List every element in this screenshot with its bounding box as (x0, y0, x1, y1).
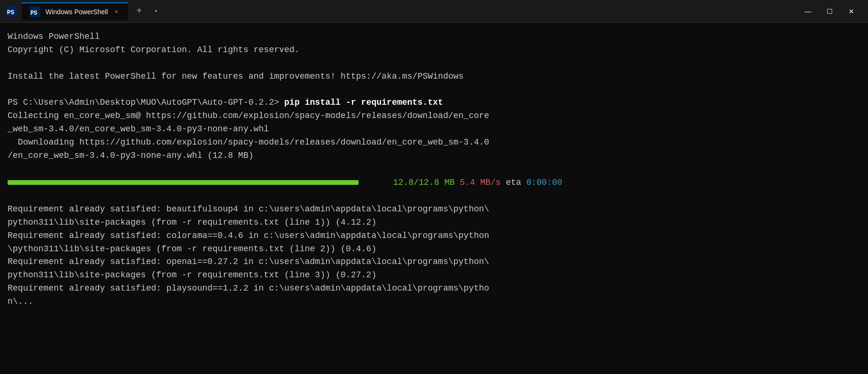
collecting-line-1: Collecting en_core_web_sm@ https://githu… (8, 109, 860, 123)
title-bar: PS PS Windows PowerShell × + ▾ — ☐ ✕ (0, 0, 868, 23)
close-button[interactable]: ✕ (840, 0, 862, 23)
tab-title: Windows PowerShell (46, 8, 108, 16)
terminal-line-blank-1 (8, 57, 860, 70)
terminal-body[interactable]: Windows PowerShell Copyright (C) Microso… (0, 23, 868, 374)
progress-bar-container (8, 180, 359, 185)
terminal-line-2: Copyright (C) Microsoft Corporation. All… (8, 44, 860, 57)
terminal-install-line: Install the latest PowerShell for new fe… (8, 70, 860, 83)
terminal-command: pip install -r requirements.txt (284, 96, 443, 109)
req2-line2: \python311\lib\site-packages (from -r re… (8, 243, 860, 256)
progress-line: 12.8/12.8 MB 5.4 MB/s eta 0:00:00 (8, 164, 860, 202)
progress-bar-fill (8, 180, 359, 185)
progress-stats: 12.8/12.8 MB 5.4 MB/s eta 0:00:00 (362, 164, 562, 202)
tab-close-button[interactable]: × (113, 8, 120, 16)
new-tab-button[interactable]: + (133, 6, 146, 17)
powershell-icon: PS (6, 6, 17, 17)
powershell-tab[interactable]: PS Windows PowerShell × (22, 2, 128, 20)
maximize-button[interactable]: ☐ (819, 0, 840, 23)
tab-dropdown-button[interactable]: ▾ (151, 8, 162, 15)
terminal-line-1: Windows PowerShell (8, 30, 860, 44)
downloading-line-2: /en_core_web_sm-3.4.0-py3-none-any.whl (… (8, 149, 860, 163)
title-bar-left: PS PS Windows PowerShell × + ▾ (6, 2, 792, 20)
req2-line1: Requirement already satisfied: colorama=… (8, 229, 860, 243)
progress-size: 12.8/12.8 MB (393, 178, 455, 187)
req3-line1: Requirement already satisfied: openai==0… (8, 255, 860, 269)
collecting-line-2: _web_sm-3.4.0/en_core_web_sm-3.4.0-py3-n… (8, 123, 860, 136)
downloading-line-1: Downloading https://github.com/explosion… (8, 136, 860, 149)
req3-line2: python311\lib\site-packages (from -r req… (8, 269, 860, 282)
terminal-prompt-line: PS C:\Users\Admin\Desktop\MUO\AutoGPT\Au… (8, 96, 860, 109)
progress-eta-label: eta (501, 178, 526, 187)
svg-text:PS: PS (30, 9, 37, 16)
tab-ps-icon: PS (29, 6, 41, 18)
terminal-line-blank-2 (8, 83, 860, 97)
install-text: Install the latest PowerShell for new fe… (8, 72, 463, 81)
prompt-path: PS C:\Users\Admin\Desktop\MUO\AutoGPT\Au… (8, 96, 284, 109)
progress-eta-value: 0:00:00 (526, 178, 563, 187)
minimize-button[interactable]: — (797, 0, 819, 23)
req1-line1: Requirement already satisfied: beautiful… (8, 203, 860, 216)
title-bar-controls: — ☐ ✕ (797, 0, 862, 23)
req4-line2: n\... (8, 295, 860, 309)
req4-line1: Requirement already satisfied: playsound… (8, 282, 860, 295)
svg-text:PS: PS (7, 9, 15, 16)
progress-speed: 5.4 MB/s (454, 178, 500, 187)
req1-line2: python311\lib\site-packages (from -r req… (8, 216, 860, 229)
